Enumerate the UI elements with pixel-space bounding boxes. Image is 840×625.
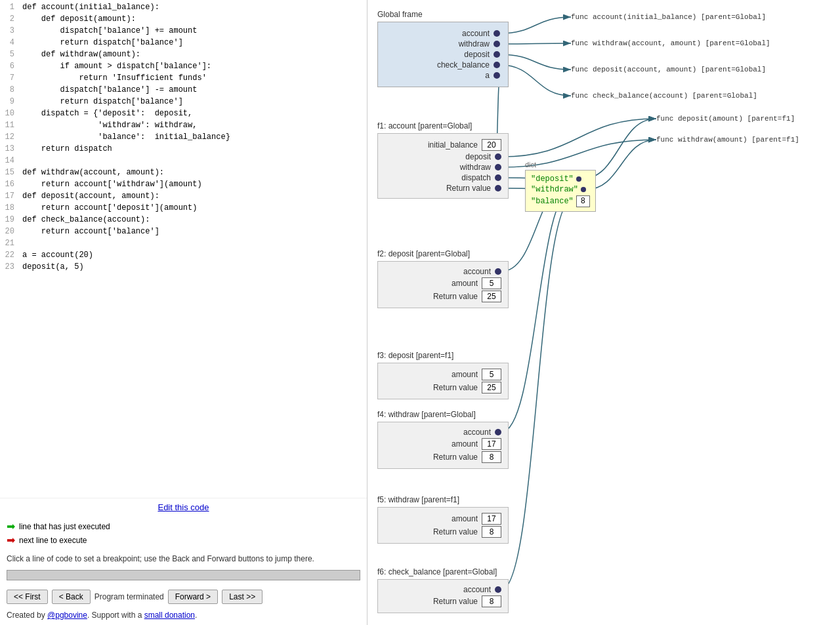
global-frame: Global frame account withdraw deposit: [377, 10, 509, 87]
func-labels-area: func account(initial_balance) [parent=Gl…: [571, 13, 770, 102]
func-label-account: func account(initial_balance) [parent=Gl…: [571, 13, 770, 21]
dict-withdraw-dot: [581, 187, 586, 192]
f1-func-withdraw: func withdraw(amount) [parent=f1]: [656, 136, 799, 144]
code-line-15[interactable]: 15def withdraw(account, amount):: [0, 168, 367, 180]
line-code-text: return 'Insufficient funds': [20, 73, 367, 85]
var-name-a: a: [424, 71, 490, 80]
author-link[interactable]: @pgbovine: [47, 611, 87, 620]
line-code-text: 'withdraw': withdraw,: [20, 121, 367, 132]
line-number: 23: [0, 262, 20, 274]
legend-area: ➡ line that has just executed ➡ next lin…: [0, 516, 367, 552]
global-frame-label: Global frame: [377, 10, 509, 19]
f4-var-amount: amount 17: [385, 438, 501, 450]
donation-link[interactable]: small donation: [144, 611, 195, 620]
dict-key-deposit: "deposit": [531, 174, 574, 184]
code-line-20[interactable]: 20 return account['balance']: [0, 227, 367, 239]
code-line-17[interactable]: 17def deposit(account, amount):: [0, 192, 367, 203]
line-code-text: [20, 156, 367, 168]
viz-wrapper: Global frame account withdraw deposit: [374, 7, 833, 625]
f3-return-name: Return value: [412, 383, 478, 392]
code-line-10[interactable]: 10 dispatch = {'deposit': deposit,: [0, 109, 367, 121]
f1-return-name: Return value: [425, 184, 491, 193]
code-line-5[interactable]: 5 def withdraw(amount):: [0, 50, 367, 62]
line-number: 8: [0, 85, 20, 97]
f6-return-val: 8: [482, 595, 501, 607]
f4-box: account amount 17 Return value 8: [377, 422, 509, 469]
code-line-4[interactable]: 4 return dispatch['balance']: [0, 38, 367, 50]
line-code-text: return account['withdraw'](amount): [20, 180, 367, 192]
var-name-deposit: deposit: [424, 50, 490, 59]
f1-withdraw-name: withdraw: [425, 163, 491, 172]
code-line-1[interactable]: 1def account(initial_balance):: [0, 3, 367, 14]
edit-code-link[interactable]: Edit this code: [158, 502, 209, 512]
progress-bar[interactable]: [7, 570, 360, 580]
f2-amount-name: amount: [412, 279, 478, 288]
line-code-text: deposit(a, 5): [20, 262, 367, 274]
f5-frame: f5: withdraw [parent=f1] amount 17 Retur…: [377, 495, 509, 544]
global-var-a: a: [386, 71, 500, 80]
f6-return-name: Return value: [412, 597, 478, 606]
line-number: 12: [0, 132, 20, 144]
code-line-12[interactable]: 12 'balance': initial_balance}: [0, 132, 367, 144]
line-code-text: def check_balance(account):: [20, 215, 367, 227]
line-code-text: if amount > dispatch['balance']:: [20, 62, 367, 73]
f5-return-val: 8: [482, 526, 501, 538]
f1-deposit-dot: [495, 153, 501, 160]
f5-amount-name: amount: [412, 514, 478, 523]
f3-amount-name: amount: [412, 370, 478, 379]
line-number: 15: [0, 168, 20, 180]
line-number: 6: [0, 62, 20, 73]
var-name-check-balance: check_balance: [424, 60, 490, 70]
code-line-7[interactable]: 7 return 'Insufficient funds': [0, 73, 367, 85]
f2-var-return: Return value 25: [385, 291, 501, 302]
f1-var-initial-balance: initial_balance 20: [385, 139, 501, 151]
f2-return-val: 25: [482, 291, 501, 302]
dict-box: dict "deposit" "withdraw" "balance" 8: [525, 161, 596, 212]
credit-area: Created by @pgbovine. Support with a sma…: [0, 608, 367, 625]
code-line-8[interactable]: 8 dispatch['balance'] -= amount: [0, 85, 367, 97]
line-code-text: return dispatch: [20, 144, 367, 156]
edit-link-area: Edit this code: [0, 498, 367, 516]
check-balance-dot: [494, 62, 500, 68]
f6-var-account: account: [385, 585, 501, 594]
line-number: 13: [0, 144, 20, 156]
f3-amount-val: 5: [482, 369, 501, 380]
f2-var-amount: amount 5: [385, 277, 501, 289]
first-button[interactable]: << First: [7, 590, 48, 604]
code-line-19[interactable]: 19def check_balance(account):: [0, 215, 367, 227]
f2-account-dot: [495, 268, 501, 275]
code-line-2[interactable]: 2 def deposit(amount):: [0, 14, 367, 26]
code-line-23[interactable]: 23deposit(a, 5): [0, 262, 367, 274]
forward-button[interactable]: Forward >: [168, 590, 218, 604]
withdraw-dot: [494, 41, 500, 47]
code-line-9[interactable]: 9 return dispatch['balance']: [0, 97, 367, 109]
dict-label: dict: [525, 161, 596, 169]
code-line-16[interactable]: 16 return account['withdraw'](amount): [0, 180, 367, 192]
a-dot: [494, 72, 500, 79]
deposit-dot: [494, 51, 500, 58]
code-line-13[interactable]: 13 return dispatch: [0, 144, 367, 156]
code-line-21[interactable]: 21: [0, 239, 367, 251]
line-code-text: dispatch['balance'] -= amount: [20, 85, 367, 97]
f1-deposit-name: deposit: [425, 152, 491, 161]
code-line-18[interactable]: 18 return account['deposit'](amount): [0, 203, 367, 215]
f1-var-withdraw: withdraw: [385, 163, 501, 172]
code-line-14[interactable]: 14: [0, 156, 367, 168]
global-var-account: account: [386, 29, 500, 38]
line-number: 7: [0, 73, 20, 85]
code-line-3[interactable]: 3 dispatch['balance'] += amount: [0, 26, 367, 38]
f1-dispatch-name: dispatch: [425, 173, 491, 182]
line-number: 1: [0, 3, 20, 14]
last-button[interactable]: Last >>: [222, 590, 262, 604]
f5-label: f5: withdraw [parent=f1]: [377, 495, 509, 504]
code-area[interactable]: 1def account(initial_balance):2 def depo…: [0, 0, 367, 498]
code-line-6[interactable]: 6 if amount > dispatch['balance']:: [0, 62, 367, 73]
f1-var-deposit: deposit: [385, 152, 501, 161]
code-line-11[interactable]: 11 'withdraw': withdraw,: [0, 121, 367, 132]
line-code-text: return account['balance']: [20, 227, 367, 239]
back-button[interactable]: < Back: [52, 590, 91, 604]
f1-label: f1: account [parent=Global]: [377, 121, 509, 131]
code-line-22[interactable]: 22a = account(20): [0, 251, 367, 262]
f3-return-val: 25: [482, 382, 501, 393]
f4-account-name: account: [425, 428, 491, 437]
